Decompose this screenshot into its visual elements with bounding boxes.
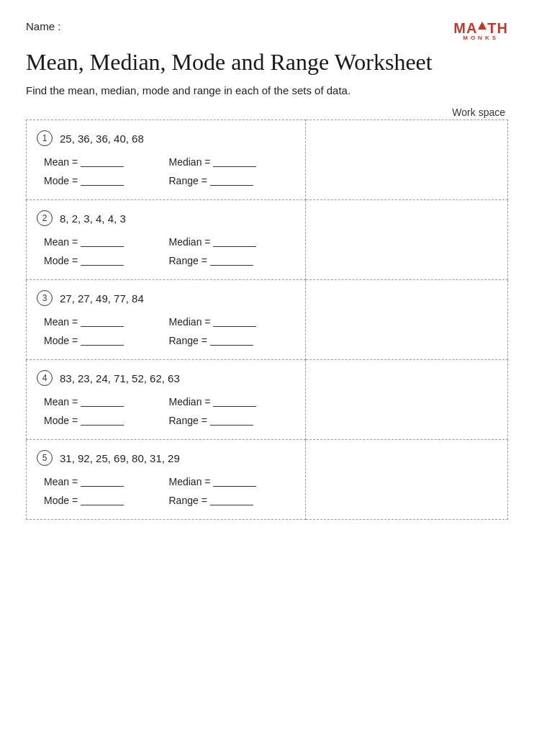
subtitle: Find the mean, median, mode and range in… bbox=[26, 84, 508, 96]
problem-cell-1: 125, 36, 36, 40, 68Mean = Median = Mode … bbox=[27, 120, 306, 200]
answer-range-1: Range = bbox=[169, 175, 294, 186]
range-label-5: Range = bbox=[169, 495, 207, 506]
problem-number-3: 3 bbox=[37, 290, 53, 306]
answer-mode-2: Mode = bbox=[44, 255, 169, 266]
problem-number-1: 1 bbox=[37, 130, 53, 146]
range-line-1[interactable] bbox=[210, 176, 253, 186]
range-line-4[interactable] bbox=[210, 415, 253, 426]
mean-line-1[interactable] bbox=[81, 157, 124, 167]
mean-label-3: Mean = bbox=[44, 316, 78, 328]
mode-line-3[interactable] bbox=[81, 336, 124, 346]
problem-data-3: 27, 27, 49, 77, 84 bbox=[60, 292, 144, 305]
workspace-cell-4 bbox=[306, 360, 508, 440]
mode-label-1: Mode = bbox=[44, 175, 78, 186]
problem-data-2: 8, 2, 3, 4, 4, 3 bbox=[60, 212, 126, 225]
logo: MA TH MONKS bbox=[453, 20, 508, 41]
median-label-2: Median = bbox=[169, 236, 211, 248]
mode-label-2: Mode = bbox=[44, 255, 78, 266]
answer-median-4: Median = bbox=[169, 396, 294, 408]
median-line-5[interactable] bbox=[213, 477, 256, 487]
median-label-3: Median = bbox=[169, 316, 211, 328]
problem-cell-3: 327, 27, 49, 77, 84Mean = Median = Mode … bbox=[27, 280, 306, 360]
median-line-2[interactable] bbox=[213, 237, 256, 247]
mode-line-2[interactable] bbox=[81, 256, 124, 266]
mean-label-2: Mean = bbox=[44, 236, 78, 248]
range-label-2: Range = bbox=[169, 255, 207, 266]
mode-label-3: Mode = bbox=[44, 335, 78, 346]
problem-data-1: 25, 36, 36, 40, 68 bbox=[60, 132, 144, 145]
median-label-4: Median = bbox=[169, 396, 211, 408]
mean-line-2[interactable] bbox=[81, 237, 124, 247]
name-label: Name : bbox=[26, 20, 60, 32]
mean-line-5[interactable] bbox=[81, 477, 124, 487]
range-line-5[interactable] bbox=[210, 495, 253, 505]
range-label-1: Range = bbox=[169, 175, 207, 186]
range-label-3: Range = bbox=[169, 335, 207, 346]
mean-label-5: Mean = bbox=[44, 476, 78, 487]
workspace-cell-3 bbox=[306, 280, 508, 360]
answer-range-5: Range = bbox=[169, 495, 294, 506]
page-title: Mean, Median, Mode and Range Worksheet bbox=[26, 48, 508, 76]
answer-mean-1: Mean = bbox=[44, 156, 169, 168]
problem-number-2: 2 bbox=[37, 210, 53, 226]
median-label-5: Median = bbox=[169, 476, 211, 487]
logo-monks: MONKS bbox=[463, 35, 499, 41]
range-line-3[interactable] bbox=[210, 336, 253, 346]
median-line-4[interactable] bbox=[213, 397, 256, 407]
mode-label-4: Mode = bbox=[44, 415, 78, 426]
answer-mode-3: Mode = bbox=[44, 335, 169, 346]
answer-median-3: Median = bbox=[169, 316, 294, 328]
mean-line-4[interactable] bbox=[81, 397, 124, 407]
answer-median-1: Median = bbox=[169, 156, 294, 168]
answer-median-2: Median = bbox=[169, 236, 294, 248]
workspace-cell-2 bbox=[306, 200, 508, 280]
problem-data-5: 31, 92, 25, 69, 80, 31, 29 bbox=[60, 452, 180, 464]
answer-mode-1: Mode = bbox=[44, 175, 169, 186]
answer-range-4: Range = bbox=[169, 415, 294, 426]
mean-label-1: Mean = bbox=[44, 156, 78, 168]
problem-cell-2: 28, 2, 3, 4, 4, 3Mean = Median = Mode = … bbox=[27, 200, 306, 280]
mode-label-5: Mode = bbox=[44, 495, 78, 506]
workspace-cell-5 bbox=[306, 440, 508, 520]
logo-triangle-icon bbox=[478, 22, 487, 30]
answer-mean-2: Mean = bbox=[44, 236, 169, 248]
median-label-1: Median = bbox=[169, 156, 211, 168]
problems-table: 125, 36, 36, 40, 68Mean = Median = Mode … bbox=[26, 120, 508, 520]
problem-data-4: 83, 23, 24, 71, 52, 62, 63 bbox=[60, 372, 180, 384]
median-line-3[interactable] bbox=[213, 317, 256, 327]
range-line-2[interactable] bbox=[210, 256, 253, 266]
problem-number-4: 4 bbox=[37, 370, 53, 386]
answer-range-3: Range = bbox=[169, 335, 294, 346]
median-line-1[interactable] bbox=[213, 157, 256, 167]
problem-number-5: 5 bbox=[37, 450, 53, 466]
answer-mean-5: Mean = bbox=[44, 476, 169, 487]
answer-median-5: Median = bbox=[169, 476, 294, 487]
mode-line-1[interactable] bbox=[81, 176, 124, 186]
answer-mean-3: Mean = bbox=[44, 316, 169, 328]
mean-line-3[interactable] bbox=[81, 317, 124, 327]
workspace-label: Work space bbox=[452, 107, 505, 118]
answer-mean-4: Mean = bbox=[44, 396, 169, 408]
workspace-cell-1 bbox=[306, 120, 508, 200]
mode-line-5[interactable] bbox=[81, 495, 124, 505]
range-label-4: Range = bbox=[169, 415, 207, 426]
problem-cell-4: 483, 23, 24, 71, 52, 62, 63Mean = Median… bbox=[27, 360, 306, 440]
answer-mode-4: Mode = bbox=[44, 415, 169, 426]
mode-line-4[interactable] bbox=[81, 415, 124, 426]
mean-label-4: Mean = bbox=[44, 396, 78, 408]
answer-mode-5: Mode = bbox=[44, 495, 169, 506]
problem-cell-5: 531, 92, 25, 69, 80, 31, 29Mean = Median… bbox=[27, 440, 306, 520]
answer-range-2: Range = bbox=[169, 255, 294, 266]
